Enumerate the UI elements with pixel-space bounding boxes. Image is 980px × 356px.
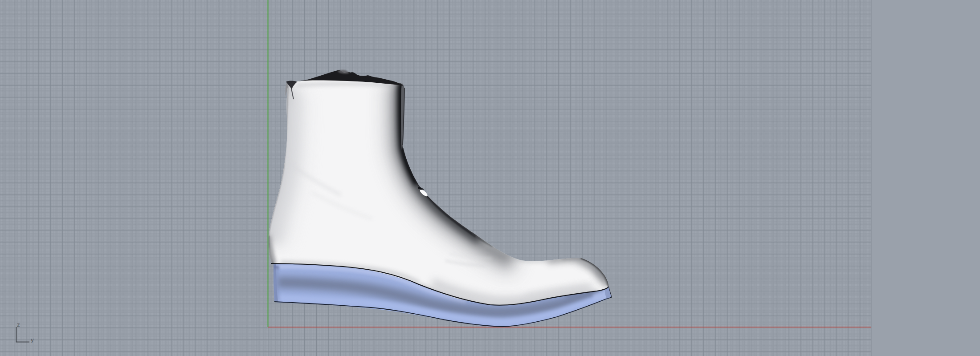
svg-text:z: z: [17, 321, 20, 328]
svg-text:y: y: [31, 336, 34, 343]
